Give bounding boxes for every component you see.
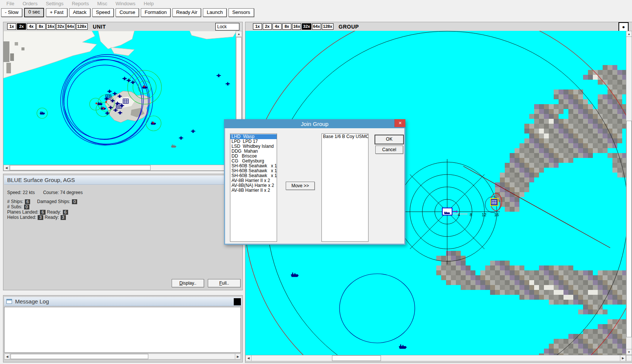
planes-ready-count: 6 [63, 210, 68, 215]
planes-line: Planes Landed: 6 Ready: 6 [7, 209, 68, 215]
cancel-button[interactable]: Cancel [375, 146, 403, 154]
unit-list[interactable]: LHD WaspLPD LPD 17LSD Whidbey IslandDDG … [230, 133, 277, 242]
subs-label: # Subs: [7, 204, 23, 209]
group-panel-title: GROUP [339, 24, 359, 30]
svg-text:12: 12 [482, 212, 486, 217]
group-vscroll-up-icon[interactable]: ▲ [626, 31, 632, 37]
speed-button[interactable]: 8x [37, 23, 46, 30]
group-info-panel: BLUE Surface Group, AGS Speed: 22 kts Co… [3, 174, 243, 290]
lock-button[interactable]: Lock [215, 23, 239, 30]
unit-panel: 1x2x4x8x16x32x64x128x UNIT Lock [3, 22, 243, 171]
toolbar-button[interactable]: Speed [92, 8, 114, 17]
dialog-titlebar[interactable]: Join Group [224, 119, 405, 128]
message-log-panel: Message Log ◀ ▶ [3, 295, 243, 362]
unit-panel-header: 1x2x4x8x16x32x64x128x UNIT Lock [3, 22, 242, 31]
toolbar-button[interactable]: + Fast [46, 8, 67, 17]
group-vscroll-down-icon[interactable]: ▼ [626, 349, 632, 355]
speed-course-line: Speed: 22 kts Course: 74 degrees [7, 190, 83, 195]
display-button[interactable]: Display.. [172, 279, 204, 287]
menu-item[interactable]: Misc [93, 0, 111, 8]
group-hscroll-left-icon[interactable]: ◀ [245, 355, 251, 361]
unit-map[interactable] [3, 31, 236, 165]
app-window: FileOrdersSettingsReportsMiscWindowsHelp… [0, 0, 632, 364]
group-hscroll-right-icon[interactable]: ▶ [620, 355, 626, 361]
speed-button[interactable]: 2x [263, 23, 272, 30]
unit-vscroll-up-icon[interactable]: ▲ [236, 31, 242, 37]
ok-button[interactable]: OK [375, 135, 404, 144]
planes-landed-label: Planes Landed: [7, 209, 38, 215]
full-button[interactable]: Full.. [208, 279, 241, 287]
dialog-title: Join Group [301, 121, 328, 127]
ships-count: 6 [25, 199, 30, 204]
group-hscrollbar[interactable] [245, 355, 626, 361]
toolbar-button[interactable]: 0 sec [24, 8, 44, 17]
speed-button[interactable]: 4x [27, 23, 36, 30]
speed-button[interactable]: 4x [273, 23, 282, 30]
speed-button[interactable]: 128x [322, 23, 333, 30]
damaged-ships-count: 0 [72, 199, 77, 204]
planes-ready-label: Ready: [47, 209, 61, 215]
scrollbar-corner [626, 355, 632, 361]
menu-bar: FileOrdersSettingsReportsMiscWindowsHelp [0, 0, 632, 8]
message-log-content[interactable] [4, 307, 241, 353]
toolbar-button[interactable]: Course [116, 8, 139, 17]
menu-item[interactable]: Help [140, 0, 158, 8]
toolbar-button[interactable]: - Slow [1, 8, 22, 17]
message-log-title: Message Log [15, 298, 49, 305]
speed-button[interactable]: 16x [46, 23, 55, 30]
log-indicator[interactable] [234, 298, 241, 305]
planes-landed-count: 6 [40, 210, 45, 215]
damaged-ships-label: Damaged Ships: [37, 199, 70, 204]
speed-value: Speed: 22 kts [7, 190, 35, 195]
speed-button[interactable]: 128x [76, 23, 87, 30]
helos-line: Helos Landed: 3 Ready: 3 [7, 215, 66, 220]
helos-landed-count: 3 [38, 215, 43, 220]
toolbar-button[interactable]: Attack [69, 8, 90, 17]
speed-button[interactable]: 1x [7, 23, 16, 30]
log-hscroll-thumb[interactable] [11, 354, 148, 359]
unit-panel-title: UNIT [93, 24, 106, 30]
menu-item[interactable]: Settings [42, 0, 68, 8]
toolbar-button[interactable]: Formation [141, 8, 171, 17]
speed-button[interactable]: 32x [302, 23, 311, 30]
unit-hscroll-left-icon[interactable]: ◀ [3, 165, 9, 171]
speed-button[interactable]: 2x [17, 23, 26, 30]
target-group-list[interactable]: Base 1/6 B Coy USMC [321, 133, 369, 242]
join-group-dialog: Join Group ✕ LHD WaspLPD LPD 17LSD Whidb… [224, 119, 405, 245]
toolbar-button[interactable]: Sensors [228, 8, 254, 17]
group-hscroll-thumb[interactable] [332, 355, 381, 361]
toolbar: - Slow0 sec+ FastAttackSpeedCourseFormat… [0, 8, 632, 17]
subs-line: # Subs: 0 [7, 204, 29, 209]
menu-item[interactable]: Windows [111, 0, 140, 8]
speed-button[interactable]: 64x [312, 23, 321, 30]
group-list-item[interactable]: Base 1/6 B Coy USMC [322, 134, 368, 139]
group-vscroll-thumb[interactable] [626, 121, 632, 337]
group-panel-header: 1x2x4x8x16x32x64x128x GROUP ● [245, 22, 632, 31]
toolbar-button[interactable]: Launch [203, 8, 227, 17]
menu-item[interactable]: File [2, 0, 18, 8]
move-button[interactable]: Move >> [286, 182, 315, 190]
menu-item[interactable]: Orders [18, 0, 42, 8]
helos-ready-count: 3 [61, 215, 66, 220]
speed-button[interactable]: 32x [56, 23, 65, 30]
helos-landed-label: Helos Landed: [7, 215, 36, 220]
speed-button[interactable]: 64x [66, 23, 75, 30]
unit-hscroll-thumb[interactable] [10, 165, 151, 170]
menu-item[interactable]: Reports [68, 0, 93, 8]
ships-line: # Ships: 6 Damaged Ships: 0 [7, 199, 77, 204]
log-hscroll-right-icon[interactable]: ▶ [235, 353, 241, 359]
center-view-button[interactable]: ● [618, 22, 629, 32]
log-hscroll-left-icon[interactable]: ◀ [4, 353, 10, 359]
toolbar-button[interactable]: Ready Air [172, 8, 201, 17]
speed-button[interactable]: 1x [253, 23, 262, 30]
message-log-icon [6, 299, 12, 304]
unit-list-item[interactable]: AV-8B Harrier II x 2 [230, 188, 277, 193]
speed-button[interactable]: 16x [292, 23, 301, 30]
subs-count: 0 [24, 205, 29, 209]
close-button[interactable]: ✕ [394, 119, 405, 127]
close-icon: ✕ [398, 121, 402, 126]
message-log-header: Message Log [4, 297, 242, 306]
speed-button[interactable]: 8x [282, 23, 291, 30]
unit-speed-multipliers: 1x2x4x8x16x32x64x128x [7, 23, 88, 30]
ships-label: # Ships: [7, 199, 23, 204]
